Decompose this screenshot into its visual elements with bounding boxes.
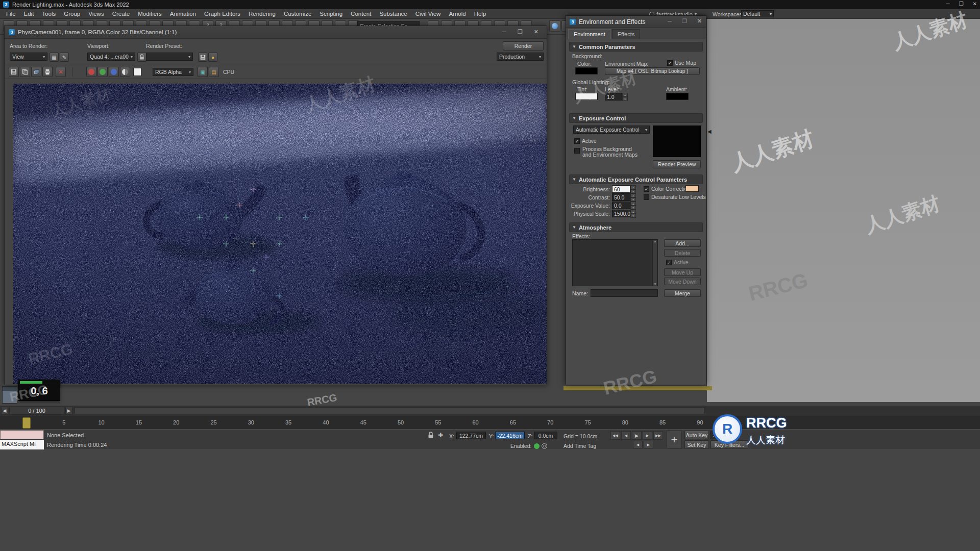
environment-map-button[interactable]: Map #4 ( OSL: Bitmap Lookup ): [605, 67, 700, 75]
edit-region-icon[interactable]: ▦: [50, 53, 59, 62]
previous-frame-icon[interactable]: ◀: [621, 431, 631, 440]
menu-item-substance[interactable]: Substance: [375, 9, 411, 19]
save-image-icon[interactable]: [9, 67, 19, 77]
maximize-icon[interactable]: ❐: [682, 18, 687, 24]
menu-item-help[interactable]: Help: [470, 9, 491, 19]
scrollbar[interactable]: ▲▼: [652, 240, 657, 286]
window-close-icon[interactable]: ✕: [973, 1, 977, 7]
menu-item-content[interactable]: Content: [347, 9, 375, 19]
spinner-arrows[interactable]: ▴▾: [630, 202, 636, 209]
render-button[interactable]: Render: [503, 41, 544, 51]
level-field[interactable]: 1.0: [605, 93, 622, 101]
exposure-mode-dropdown[interactable]: Automatic Exposure Control ▾: [573, 126, 650, 134]
effects-list[interactable]: ▲▼: [572, 239, 658, 286]
lock-viewport-icon[interactable]: [137, 53, 146, 62]
render-setup-teapot-icon[interactable]: [549, 20, 560, 32]
menu-item-animation[interactable]: Animation: [166, 9, 200, 19]
rollout-header-atmosphere[interactable]: ▼ Atmosphere: [569, 222, 703, 232]
auto-key-button[interactable]: Auto Key: [684, 431, 709, 439]
exposure-value-spinner[interactable]: 0.0 ▴▾: [612, 202, 636, 209]
brightness-spinner[interactable]: 60 ▴▾: [612, 185, 636, 193]
clear-image-icon[interactable]: ✕: [56, 67, 66, 77]
add-effect-button[interactable]: Add...: [664, 239, 701, 247]
minimized-window-thumb[interactable]: [2, 386, 17, 404]
spinner-arrows[interactable]: ▴▾: [630, 185, 636, 193]
enabled-secondary-icon[interactable]: O: [542, 443, 547, 449]
level-spinner[interactable]: 1.0 ▴▾: [605, 93, 628, 101]
effect-name-field[interactable]: [591, 289, 658, 297]
tab-environment[interactable]: Environment: [568, 29, 611, 39]
color-correction-checkbox[interactable]: ✓ Color Correction:: [644, 186, 692, 192]
selection-lock-icon[interactable]: [428, 432, 434, 440]
render-settings-icon[interactable]: ●: [208, 53, 217, 62]
move-down-button[interactable]: Move Down: [664, 278, 701, 285]
layers-icon[interactable]: ▣: [198, 67, 208, 77]
next-frame-icon[interactable]: ▶: [643, 431, 652, 440]
set-key-button[interactable]: Set Key: [684, 440, 709, 449]
window-minimize-icon[interactable]: ─: [946, 1, 950, 7]
menu-item-rendering[interactable]: Rendering: [244, 9, 280, 19]
minimize-icon[interactable]: ─: [668, 18, 672, 24]
macro-recorder-pane[interactable]: [0, 430, 44, 439]
mono-channel-toggle[interactable]: [120, 67, 130, 77]
range-prev-icon[interactable]: ◀: [1, 407, 8, 415]
panel-scroll-arrow-icon[interactable]: ◀: [707, 129, 712, 134]
transform-mode-icon[interactable]: ✚: [438, 432, 443, 439]
background-color-swatch[interactable]: [575, 67, 598, 74]
workspaces-dropdown[interactable]: Default ▾: [741, 10, 774, 17]
save-preset-icon[interactable]: [198, 53, 207, 62]
physical-scale-field[interactable]: 1500.0: [612, 210, 630, 217]
close-icon[interactable]: ✕: [697, 18, 702, 24]
rollout-header-common[interactable]: ▼ Common Parameters: [569, 42, 703, 52]
contrast-field[interactable]: 50.0: [612, 193, 630, 201]
red-channel-toggle[interactable]: [86, 67, 96, 77]
exposure-value-field[interactable]: 0.0: [612, 202, 630, 209]
menu-item-views[interactable]: Views: [84, 9, 108, 19]
process-background-checkbox[interactable]: [574, 148, 580, 154]
move-up-button[interactable]: Move Up: [664, 268, 701, 276]
green-channel-toggle[interactable]: [97, 67, 108, 77]
x-coordinate-field[interactable]: 122.77cm: [456, 432, 486, 439]
maximize-icon[interactable]: ❐: [518, 29, 523, 35]
maxscript-listener[interactable]: MAXScript Mi: [0, 440, 44, 449]
rollout-header-exposure[interactable]: ▼ Exposure Control: [569, 113, 703, 123]
tab-effects[interactable]: Effects: [612, 29, 640, 39]
menu-item-file[interactable]: File: [2, 9, 20, 19]
physical-scale-spinner[interactable]: 1500.0 ▴▾: [612, 210, 636, 217]
dialog-titlebar[interactable]: 3 Environment and Effects ─ ❐ ✕: [566, 16, 706, 28]
viewport-dropdown[interactable]: Quad 4: ...era001 ▾: [87, 53, 135, 61]
menu-item-modifiers[interactable]: Modifiers: [134, 9, 166, 19]
copy-image-icon[interactable]: [20, 67, 30, 77]
blue-channel-toggle[interactable]: [109, 67, 119, 77]
menu-item-arnold[interactable]: Arnold: [445, 9, 470, 19]
minimize-icon[interactable]: ─: [502, 29, 506, 35]
menu-item-create[interactable]: Create: [108, 9, 134, 19]
render-preset-dropdown[interactable]: ▾: [146, 53, 193, 61]
add-time-tag[interactable]: Add Time Tag: [564, 443, 596, 449]
render-window-titlebar[interactable]: 3 PhysCamera001, frame 0, RGBA Color 32 …: [5, 26, 547, 39]
spinner-arrows[interactable]: ▴▾: [630, 210, 636, 217]
menu-item-graph-editors[interactable]: Graph Editors: [200, 9, 244, 19]
go-to-end-icon[interactable]: ▶▶: [653, 431, 663, 440]
time-slider-ruler[interactable]: 51015202530354045505560657075808590: [0, 416, 980, 429]
rendered-frame-window[interactable]: 3 PhysCamera001, frame 0, RGBA Color 32 …: [4, 26, 547, 385]
next-key-icon[interactable]: ▶: [644, 441, 653, 448]
y-coordinate-field[interactable]: -22.416cm: [495, 432, 525, 439]
play-icon[interactable]: ▶: [632, 431, 642, 440]
desaturate-checkbox[interactable]: Desaturate Low Levels: [644, 194, 706, 200]
ambient-color-swatch[interactable]: [666, 93, 689, 100]
add-key-plus-icon[interactable]: +: [667, 431, 682, 448]
menu-item-civil-view[interactable]: Civil View: [411, 9, 445, 19]
app-titlebar[interactable]: 3 Render Lighting.max - Autodesk 3ds Max…: [0, 0, 980, 9]
menu-item-tools[interactable]: Tools: [38, 9, 60, 19]
rollout-header-auto-exposure[interactable]: ▼ Automatic Exposure Control Parameters: [569, 174, 703, 184]
use-map-checkbox[interactable]: ✓ Use Map: [667, 60, 696, 66]
menu-item-customize[interactable]: Customize: [280, 9, 315, 19]
active-checkbox[interactable]: ✓ Active: [574, 138, 597, 144]
channel-display-dropdown[interactable]: RGB Alpha ▾: [153, 68, 193, 76]
menu-item-edit[interactable]: Edit: [20, 9, 38, 19]
clone-window-icon[interactable]: [31, 67, 41, 77]
previous-key-icon[interactable]: ◀: [633, 441, 643, 448]
menu-item-group[interactable]: Group: [60, 9, 84, 19]
trackbar-scrollbar[interactable]: [75, 407, 704, 414]
